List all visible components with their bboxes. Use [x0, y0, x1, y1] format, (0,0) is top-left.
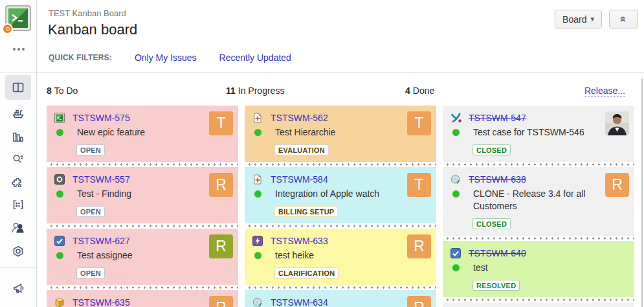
issue-card[interactable]: TSTSWM-634R [245, 290, 436, 307]
issue-card[interactable]: TSTSWM-547Test case for TSTSWM-546CLOSED [443, 106, 634, 162]
page-title: Kanban board [48, 21, 137, 38]
bracket-list-icon [12, 198, 25, 211]
filter-only-my-issues[interactable]: Only My Issues [135, 52, 197, 63]
document-plus-icon [252, 174, 263, 185]
column-todo: TSTSWM-575New epic featureOPENTTSTSWM-55… [47, 106, 238, 307]
package-box-icon [54, 297, 65, 307]
issue-key-link[interactable]: TSTSWM-638 [469, 174, 526, 185]
sidebar-item-reports[interactable] [5, 126, 31, 148]
issue-card[interactable]: TSTSWM-645 [443, 302, 634, 307]
card-separator [47, 162, 238, 167]
column-done: TSTSWM-547Test case for TSTSWM-546CLOSED… [443, 106, 634, 307]
card-separator [245, 223, 436, 229]
status-dot-icon [452, 264, 460, 271]
caret-down-icon: ▾ [590, 15, 594, 23]
issue-summary: New epic feature [77, 126, 145, 139]
issue-key-link[interactable]: TSTSWM-584 [271, 174, 328, 185]
sidebar-item-feedback[interactable] [5, 277, 31, 299]
ship-icon [12, 107, 25, 120]
assignee-avatar-initial: T [407, 111, 431, 135]
xray-test-icon [450, 113, 461, 123]
board-menu-button[interactable]: Board ▾ [555, 10, 602, 28]
issue-card[interactable]: TSTSWM-638CLONE - Release 3.4 for all Cu… [443, 167, 634, 236]
collapse-header-button[interactable]: « [609, 10, 638, 28]
sidebar-item-board-columns[interactable] [5, 75, 31, 100]
assignee-avatar-initial: R [209, 173, 233, 197]
column-headers-row: 8To Do 11In Progress 4Done Release... [47, 85, 634, 97]
sidebar-item-issues-search[interactable] [5, 148, 31, 170]
issue-card[interactable]: TSTSWM-584Integration of Apple watchBILL… [245, 167, 436, 223]
quick-filters-label: QUICK FILTERS: [49, 53, 112, 62]
issue-card[interactable]: TSTSWM-575New epic featureOPENT [47, 106, 238, 162]
issue-summary: test [473, 262, 488, 274]
card-separator [443, 236, 634, 241]
assignee-avatar-initial: T [209, 111, 233, 135]
issue-card[interactable]: TSTSWM-635R [47, 290, 238, 307]
issue-key-link[interactable]: TSTSWM-627 [72, 236, 130, 246]
people-icon [11, 220, 25, 234]
cd-release-icon [450, 174, 461, 185]
issue-key-link[interactable]: TSTSWM-575 [72, 113, 130, 123]
terminal-epic-icon [54, 113, 65, 123]
sidebar-item-addons[interactable] [5, 171, 31, 193]
project-avatar-terminal-icon[interactable] [5, 5, 31, 31]
search-list-icon [12, 153, 25, 166]
sidebar-item-project-settings[interactable] [5, 240, 31, 262]
issue-key-link[interactable]: TSTSWM-635 [72, 297, 130, 307]
issue-summary: Test assignee [77, 249, 133, 262]
issue-summary: CLONE - Release 3.4 for all Customers [473, 188, 602, 212]
card-separator [245, 162, 436, 167]
sidebar-item-board-settings[interactable] [5, 194, 31, 216]
sidebar-item-people[interactable] [5, 216, 31, 238]
status-lozenge: CLOSED [472, 218, 511, 229]
card-separator [245, 285, 436, 290]
issue-key-link[interactable]: TSTSWM-557 [72, 174, 130, 185]
status-dot-icon [56, 190, 63, 198]
bar-chart-icon [12, 130, 25, 143]
page-header: TEST Kanban Board Kanban board QUICK FIL… [37, 0, 644, 73]
issue-summary: test heike [275, 249, 314, 262]
release-link[interactable]: Release... [584, 85, 625, 97]
status-lozenge: OPEN [76, 144, 105, 155]
vertical-scrollbar[interactable] [641, 79, 643, 307]
issue-key-link[interactable]: TSTSWM-634 [271, 297, 328, 307]
issue-key-link[interactable]: TSTSWM-640 [469, 248, 526, 258]
puzzle-icon [12, 176, 25, 188]
issue-key-link[interactable]: TSTSWM-633 [271, 236, 328, 246]
assignee-avatar-photo [605, 111, 629, 135]
cd-release-icon [252, 297, 263, 307]
assignee-avatar-initial: R [209, 296, 233, 307]
column-header-done: 4Done [405, 85, 578, 96]
issue-card[interactable]: TSTSWM-557Test - FindingOPENR [47, 167, 238, 223]
card-separator [443, 297, 634, 302]
status-dot-icon [452, 129, 460, 136]
status-dot-icon [452, 190, 460, 198]
sidebar-divider [0, 267, 37, 267]
status-dot-icon [254, 252, 261, 259]
more-ellipsis-icon[interactable] [0, 44, 37, 54]
issue-card[interactable]: TSTSWM-562Test HierarchieEVALUATIONT [245, 106, 436, 162]
status-lozenge: CLARIFICATION [274, 267, 339, 279]
column-inprogress: TSTSWM-562Test HierarchieEVALUATIONTTSTS… [245, 106, 436, 307]
issue-card[interactable]: TSTSWM-633test heikeCLARIFICATIONR [245, 229, 436, 285]
status-lozenge: EVALUATION [274, 144, 329, 155]
issue-key-link[interactable]: TSTSWM-562 [271, 113, 328, 123]
megaphone-icon [12, 282, 25, 295]
issue-key-link[interactable]: TSTSWM-547 [469, 113, 526, 123]
sidebar-item-releases[interactable] [5, 102, 31, 124]
issue-card[interactable]: TSTSWM-640testRESOLVED [443, 241, 634, 297]
filter-recently-updated[interactable]: Recently Updated [219, 52, 291, 63]
issue-card[interactable]: TSTSWM-627Test assigneeOPENR [47, 229, 238, 285]
breadcrumb: TEST Kanban Board [49, 8, 126, 18]
document-plus-icon [252, 113, 263, 123]
assignee-avatar-initial: R [407, 296, 431, 307]
status-dot-icon [254, 190, 261, 198]
assignee-avatar-initial: R [407, 234, 431, 258]
double-chevron-up-icon: « [618, 16, 629, 22]
status-dot-icon [56, 252, 63, 259]
status-lozenge: CLOSED [472, 144, 511, 155]
status-lozenge: BILLING SETUP [274, 206, 338, 217]
status-lozenge: OPEN [76, 267, 105, 279]
columns-container: TSTSWM-575New epic featureOPENTTSTSWM-55… [47, 106, 634, 307]
status-lozenge: RESOLVED [472, 280, 520, 291]
